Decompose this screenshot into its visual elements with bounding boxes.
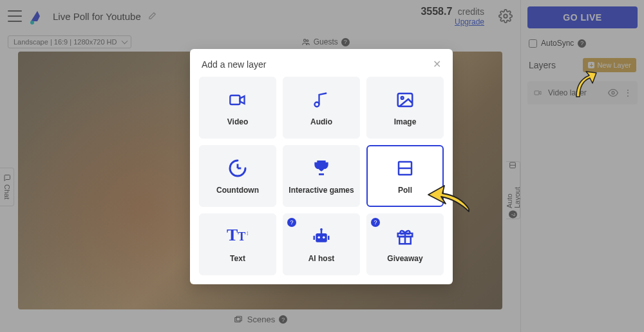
svg-rect-10: [230, 95, 240, 104]
card-image[interactable]: Image: [366, 77, 444, 139]
svg-rect-26: [328, 236, 330, 240]
svg-point-11: [315, 103, 319, 107]
add-layer-modal: Add a new layer ✕ Video Audio Image Coun…: [190, 49, 453, 284]
card-ai-host[interactable]: ? AI host: [283, 213, 360, 275]
card-countdown[interactable]: Countdown: [199, 145, 276, 207]
svg-point-22: [323, 237, 325, 239]
audio-icon: [310, 89, 332, 111]
svg-rect-20: [316, 233, 327, 242]
modal-title: Add a new layer: [202, 59, 266, 70]
card-poll[interactable]: Poll: [366, 145, 444, 207]
poll-icon: [394, 157, 416, 179]
svg-point-21: [318, 237, 321, 239]
card-text[interactable]: TT Text: [199, 213, 276, 275]
svg-rect-25: [314, 236, 316, 240]
robot-icon: [310, 226, 332, 248]
svg-point-24: [320, 228, 323, 231]
help-badge-icon: ?: [287, 218, 296, 227]
gift-icon: [394, 226, 416, 248]
card-interactive-games[interactable]: Interactive games: [283, 145, 360, 207]
svg-point-13: [401, 97, 404, 99]
card-audio[interactable]: Audio: [283, 77, 360, 139]
close-icon[interactable]: ✕: [433, 58, 441, 70]
image-icon: [394, 89, 416, 111]
video-icon: [227, 89, 249, 111]
trophy-icon: [310, 157, 332, 179]
card-video[interactable]: Video: [199, 77, 276, 139]
countdown-icon: [227, 157, 249, 179]
help-badge-icon: ?: [371, 218, 380, 227]
card-giveaway[interactable]: ? Giveaway: [366, 213, 444, 275]
text-icon: TT: [227, 226, 249, 248]
